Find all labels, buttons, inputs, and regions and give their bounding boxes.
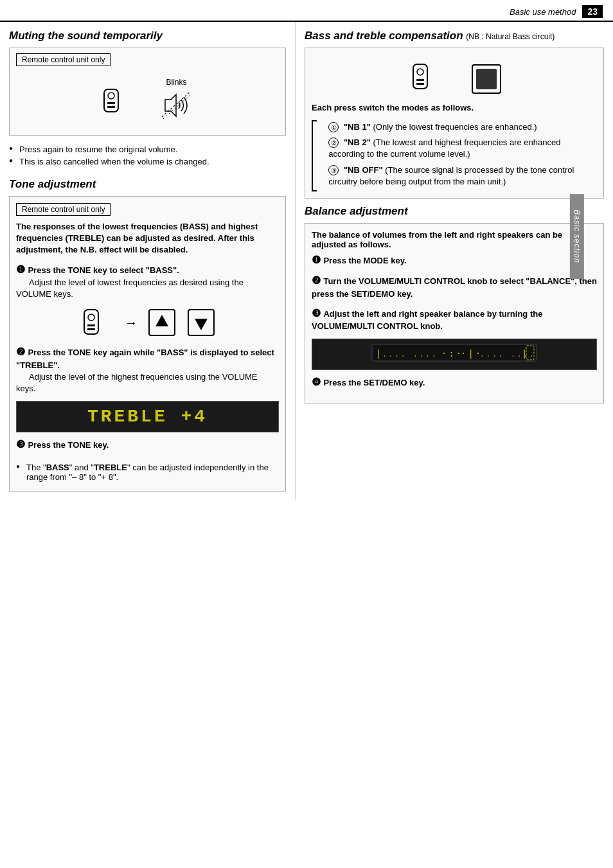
bass-section-box: Each press switch the modes as follows. … <box>305 48 604 199</box>
muting-bullets: Press again to resume the original volum… <box>9 141 286 166</box>
tone-note-1: The "BASS" and "TREBLE" can be adjusted … <box>16 463 279 482</box>
svg-marker-12 <box>155 315 168 326</box>
tone-step1-sub: Adjust the level of lowest frequencies a… <box>16 278 244 299</box>
svg-rect-17 <box>416 79 424 81</box>
svg-text:.... ....: .... .... <box>382 350 438 359</box>
balance-step2-text: Turn the VOLUME/MULTI CONTROL knob to se… <box>312 276 597 298</box>
balance-step2-num: ❷ <box>312 275 323 286</box>
each-press-text: Each press switch the modes as follows. <box>312 103 597 112</box>
page-header: Basic use method 23 <box>0 0 613 22</box>
tone-step3-num: ❸ <box>16 439 28 450</box>
balance-step1-text: Press the MODE key. <box>323 256 406 265</box>
balance-step3-num: ❸ <box>312 308 323 319</box>
svg-rect-15 <box>413 64 427 89</box>
nb-button-icon <box>471 64 502 94</box>
bracket-line <box>312 120 317 191</box>
bass-title-text: Bass and treble compensation <box>305 30 463 42</box>
tone-step1-icons: → <box>16 306 279 339</box>
blinks-label: Blinks <box>166 78 186 87</box>
nboff-item: ③ "NB OFF" (The source signal is process… <box>328 164 597 188</box>
balance-step4: ❹ Press the SET/DEMO key. <box>312 375 597 389</box>
balance-section-title: Balance adjustment <box>305 205 604 218</box>
tone-step2: ❷ Press the TONE key again while "BASS" … <box>16 345 279 394</box>
balance-section: Balance adjustment The balance of volume… <box>305 205 604 403</box>
nb2-bold: "NB 2" <box>344 137 371 147</box>
svg-rect-2 <box>107 102 115 104</box>
remote-icon-mute <box>98 83 136 118</box>
muting-remote-badge: Remote control unit only <box>16 53 111 66</box>
tone-intro: The responses of the lowest frequencies … <box>16 221 279 256</box>
tone-step3: ❸ Press the TONE key. <box>16 438 279 452</box>
balance-step3-text: Adjust the left and right speaker balanc… <box>312 309 542 331</box>
nb1-num: ① <box>328 122 339 132</box>
tone-notes: The "BASS" and "TREBLE" can be adjusted … <box>16 459 279 482</box>
svg-rect-10 <box>87 328 95 330</box>
muting-section-box: Remote control unit only Blinks <box>9 48 286 136</box>
treble-bold: TREBLE <box>94 463 127 472</box>
speaker-blink-icon <box>155 88 197 123</box>
svg-rect-20 <box>476 69 497 89</box>
nb2-item: ② "NB 2" (The lowest and highest frequen… <box>328 137 597 160</box>
svg-point-1 <box>108 93 114 99</box>
nb1-bold: "NB 1" <box>344 122 371 132</box>
tone-step1: ❶ Press the TONE key to select "BASS". A… <box>16 263 279 301</box>
side-tab-label: Basic section <box>573 209 582 263</box>
balance-step1-num: ❶ <box>312 254 323 265</box>
balance-step4-num: ❹ <box>312 376 323 387</box>
nb-note: (NB : Natural Bass circuit) <box>466 32 555 41</box>
svg-marker-14 <box>195 319 208 330</box>
tone-section-title: Tone adjustment <box>9 178 286 191</box>
header-title: Basic use method <box>510 7 576 17</box>
tone-step2-bold: Press the TONE key again while "BASS" is… <box>16 348 274 369</box>
bass-remote-icon <box>407 61 445 96</box>
svg-rect-7 <box>84 310 98 334</box>
muting-section-title: Muting the sound temporarily <box>9 30 286 42</box>
muting-bullet-2: This is also cancelled when the volume i… <box>9 157 286 166</box>
svg-rect-9 <box>87 324 95 326</box>
nb2-num: ② <box>328 137 339 148</box>
side-tab: Basic section <box>570 194 584 279</box>
tone-step1-num: ❶ <box>16 264 28 275</box>
page-number: 23 <box>582 5 603 18</box>
balance-intro: The balance of volumes from the left and… <box>312 230 597 249</box>
blinks-area: Blinks <box>155 78 197 123</box>
nboff-bold: "NB OFF" <box>344 165 383 175</box>
balance-step2: ❷ Turn the VOLUME/MULTI CONTROL knob to … <box>312 274 597 300</box>
tone-remote-badge: Remote control unit only <box>16 203 111 216</box>
muting-bullet-1: Press again to resume the original volum… <box>9 145 286 154</box>
page-container: Basic use method 23 Muting the sound tem… <box>0 0 613 868</box>
bass-section-title: Bass and treble compensation (NB : Natur… <box>305 30 604 42</box>
balance-display: | .... .... ·:· ·|· .... .... | <box>312 339 597 370</box>
balance-box: The balance of volumes from the left and… <box>305 223 604 403</box>
tone-section-box: Remote control unit only The responses o… <box>9 196 286 492</box>
tone-step1-bold: Press the TONE key to select "BASS". <box>28 265 179 275</box>
svg-rect-3 <box>107 106 115 108</box>
tone-step3-bold: Press the TONE key. <box>28 440 109 450</box>
down-button-icon <box>187 308 216 337</box>
nboff-num: ③ <box>328 165 339 175</box>
nb1-item: ① "NB 1" (Only the lowest frequencies ar… <box>328 121 597 133</box>
bass-icons-row <box>312 61 597 96</box>
tone-step2-sub: Adjust the level of the highest frequenc… <box>16 372 258 393</box>
balance-step4-text: Press the SET/DEMO key. <box>323 378 425 387</box>
arrow-right-icon: → <box>125 315 138 330</box>
balance-step1: ❶ Press the MODE key. <box>312 253 597 267</box>
balance-display-svg: | .... .... ·:· ·|· .... .... | <box>371 343 538 362</box>
up-button-icon <box>148 308 177 337</box>
remote-icon-tone <box>79 306 114 339</box>
treble-display: TREBLE +4 <box>16 401 279 432</box>
nb-bracket-area: ① "NB 1" (Only the lowest frequencies ar… <box>312 118 597 191</box>
nb1-text: (Only the lowest frequencies are enhance… <box>373 122 537 132</box>
svg-line-6 <box>163 93 192 119</box>
bass-bold: BASS <box>46 463 69 472</box>
svg-point-16 <box>417 69 423 75</box>
tone-step2-num: ❷ <box>16 346 28 357</box>
svg-point-8 <box>88 314 94 321</box>
left-column: Muting the sound temporarily Remote cont… <box>0 22 296 499</box>
muting-icons-area: Blinks <box>16 71 279 130</box>
nb-list: ① "NB 1" (Only the lowest frequencies ar… <box>321 118 597 191</box>
svg-rect-18 <box>416 83 424 85</box>
svg-text:|: | <box>522 348 529 359</box>
balance-step3: ❸ Adjust the left and right speaker bala… <box>312 306 597 333</box>
main-content: Muting the sound temporarily Remote cont… <box>0 22 613 499</box>
